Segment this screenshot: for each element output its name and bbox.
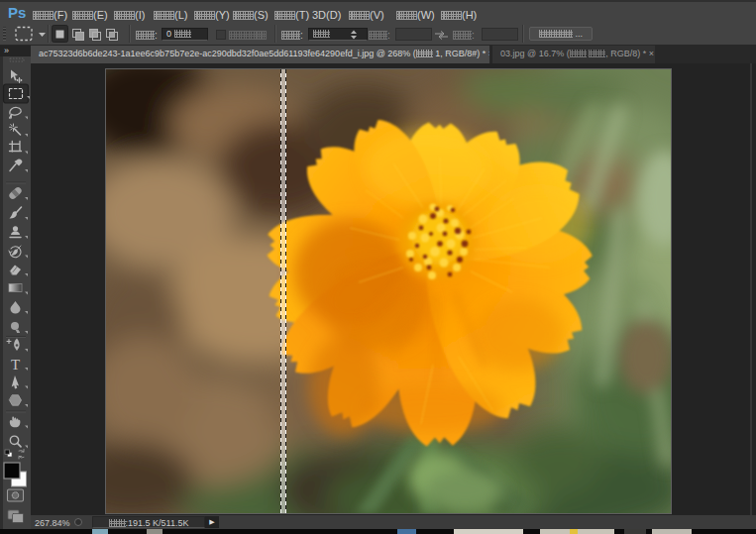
svg-text:T: T — [11, 357, 20, 373]
